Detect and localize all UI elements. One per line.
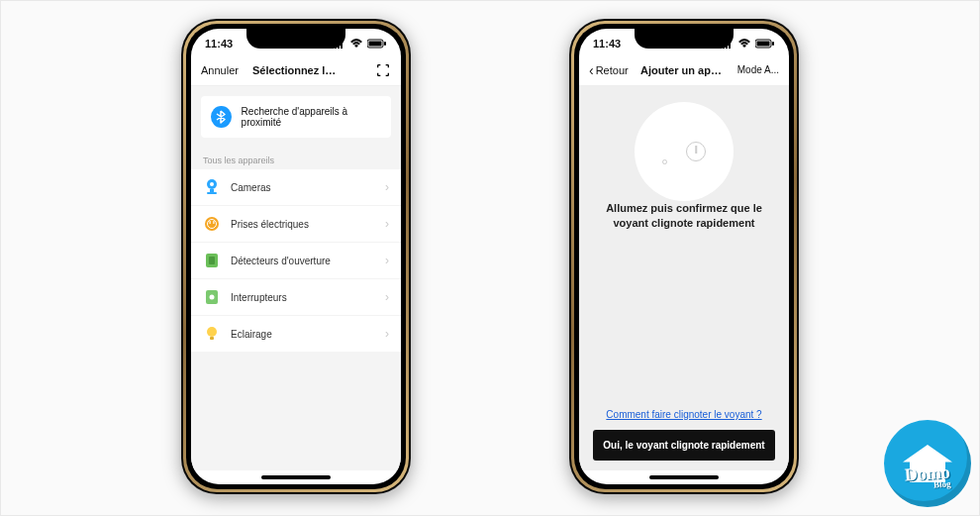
all-devices-header: Tous les appareils bbox=[191, 148, 401, 169]
confirm-button[interactable]: Oui, le voyant clignote rapidement bbox=[593, 430, 775, 461]
category-label: Détecteurs d'ouverture bbox=[231, 256, 331, 266]
back-label: Retour bbox=[596, 64, 629, 76]
svg-rect-5 bbox=[369, 42, 382, 47]
page-title: Ajouter un appareil bbox=[635, 64, 734, 76]
svg-point-8 bbox=[210, 182, 214, 186]
led-indicator-icon bbox=[662, 159, 667, 164]
battery-icon bbox=[755, 39, 775, 49]
category-outlets[interactable]: Prises électriques › bbox=[191, 206, 401, 243]
home-indicator[interactable] bbox=[579, 470, 789, 484]
svg-rect-20 bbox=[210, 337, 214, 340]
notch bbox=[635, 29, 734, 49]
door-sensor-icon bbox=[203, 252, 221, 269]
wifi-icon bbox=[349, 39, 363, 49]
scan-icon bbox=[375, 62, 391, 78]
chevron-right-icon: › bbox=[385, 254, 389, 267]
instruction-text: Allumez puis confirmez que le voyant cli… bbox=[593, 201, 775, 232]
svg-rect-27 bbox=[772, 42, 774, 46]
camera-icon bbox=[203, 178, 221, 196]
switch-icon bbox=[203, 288, 221, 306]
svg-rect-10 bbox=[207, 192, 217, 194]
svg-rect-14 bbox=[213, 221, 214, 224]
category-sensors[interactable]: Détecteurs d'ouverture › bbox=[191, 243, 401, 279]
power-icon bbox=[686, 142, 706, 161]
home-indicator[interactable] bbox=[191, 470, 401, 484]
svg-point-18 bbox=[210, 295, 215, 300]
category-label: Eclairage bbox=[231, 329, 272, 340]
svg-rect-6 bbox=[384, 42, 386, 46]
page-title: Sélectionnez le typ... bbox=[246, 64, 345, 76]
phone-left: 11:43 Annuler Sélectionnez le typ... bbox=[181, 19, 411, 494]
scan-button[interactable] bbox=[345, 62, 391, 78]
category-label: Prises électriques bbox=[231, 219, 309, 230]
category-label: Interrupteurs bbox=[231, 292, 287, 303]
status-time: 11:43 bbox=[205, 38, 233, 50]
category-cameras[interactable]: Cameras › bbox=[191, 169, 401, 206]
svg-rect-13 bbox=[210, 221, 211, 224]
category-lighting[interactable]: Eclairage › bbox=[191, 316, 401, 352]
phone-right: 11:43 ‹ Retour Ajouter un appareil Mode … bbox=[569, 19, 799, 494]
category-label: Cameras bbox=[231, 182, 271, 193]
battery-icon bbox=[367, 39, 387, 49]
nav-bar: ‹ Retour Ajouter un appareil Mode A... bbox=[579, 54, 789, 86]
chevron-left-icon: ‹ bbox=[589, 62, 594, 78]
device-illustration bbox=[635, 102, 734, 201]
help-link[interactable]: Comment faire clignoter le voyant ? bbox=[606, 409, 761, 420]
svg-rect-9 bbox=[210, 189, 214, 192]
chevron-right-icon: › bbox=[385, 180, 389, 194]
svg-rect-16 bbox=[209, 257, 215, 264]
svg-point-19 bbox=[207, 327, 217, 337]
wifi-icon bbox=[737, 39, 751, 49]
bulb-icon bbox=[203, 325, 221, 343]
chevron-right-icon: › bbox=[385, 217, 389, 231]
category-switches[interactable]: Interrupteurs › bbox=[191, 279, 401, 316]
chevron-right-icon: › bbox=[385, 290, 389, 304]
notch bbox=[246, 29, 345, 49]
bluetooth-search-card[interactable]: Recherche d'appareils à proximité bbox=[201, 96, 391, 138]
nav-bar: Annuler Sélectionnez le typ... bbox=[191, 54, 401, 86]
mode-button[interactable]: Mode A... bbox=[734, 64, 779, 75]
back-button[interactable]: ‹ Retour bbox=[589, 62, 635, 78]
bluetooth-icon bbox=[211, 106, 232, 128]
device-category-list: Cameras › Prises électriques › Détecteur… bbox=[191, 169, 401, 352]
svg-rect-26 bbox=[757, 42, 770, 47]
plug-icon bbox=[203, 215, 221, 233]
brand-logo: DomoBlog bbox=[884, 420, 971, 507]
status-time: 11:43 bbox=[593, 38, 621, 50]
cancel-button[interactable]: Annuler bbox=[201, 64, 246, 76]
bluetooth-search-label: Recherche d'appareils à proximité bbox=[242, 106, 381, 128]
chevron-right-icon: › bbox=[385, 327, 389, 341]
